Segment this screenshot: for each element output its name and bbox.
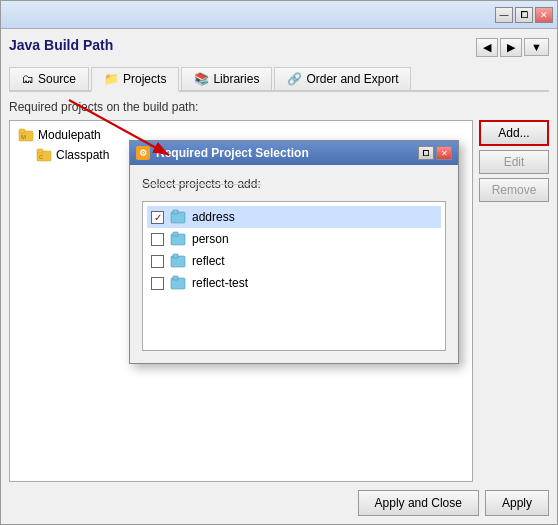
page-title: Java Build Path: [9, 37, 113, 53]
forward-button[interactable]: ▶: [500, 38, 522, 57]
checkbox-address[interactable]: ✓: [151, 211, 164, 224]
person-project-icon: [170, 231, 186, 247]
nav-dropdown-button[interactable]: ▼: [524, 38, 549, 56]
checkbox-reflect-test[interactable]: [151, 277, 164, 290]
tab-source[interactable]: 🗂 Source: [9, 67, 89, 90]
title-bar: — ⧠ ✕: [1, 1, 557, 29]
project-list[interactable]: ✓ address: [142, 201, 446, 351]
edit-button[interactable]: Edit: [479, 150, 549, 174]
dialog-restore-button[interactable]: ⧠: [418, 146, 434, 160]
svg-rect-9: [173, 232, 178, 236]
build-path-label: Required projects on the build path:: [9, 100, 549, 114]
list-item-address[interactable]: ✓ address: [147, 206, 441, 228]
dialog-icon: ⚙: [136, 146, 150, 160]
restore-button[interactable]: ⧠: [515, 7, 533, 23]
dialog-instruction: Select projects to add:: [142, 177, 446, 191]
add-button[interactable]: Add...: [479, 120, 549, 146]
svg-rect-1: [19, 129, 25, 133]
dialog-close-button[interactable]: ✕: [436, 146, 452, 160]
modulepath-icon: M: [18, 127, 34, 143]
tab-order-export[interactable]: 🔗 Order and Export: [274, 67, 411, 90]
remove-button[interactable]: Remove: [479, 178, 549, 202]
window-body: Java Build Path ◀ ▶ ▼ 🗂 Source 📁 Project…: [1, 29, 557, 524]
order-icon: 🔗: [287, 72, 302, 86]
list-item-reflect[interactable]: reflect: [147, 250, 441, 272]
minimize-button[interactable]: —: [495, 7, 513, 23]
svg-rect-11: [173, 254, 178, 258]
reflect-project-icon: [170, 253, 186, 269]
classpath-icon: C: [36, 147, 52, 163]
dialog-title-bar: ⚙ Required Project Selection ⧠ ✕: [130, 141, 458, 165]
apply-button[interactable]: Apply: [485, 490, 549, 516]
svg-rect-4: [37, 149, 43, 153]
list-item-person[interactable]: person: [147, 228, 441, 250]
nav-bar: ◀ ▶ ▼: [476, 38, 549, 57]
tab-libraries[interactable]: 📚 Libraries: [181, 67, 272, 90]
svg-text:M: M: [21, 134, 26, 140]
back-button[interactable]: ◀: [476, 38, 498, 57]
checkbox-reflect[interactable]: [151, 255, 164, 268]
required-project-dialog: ⚙ Required Project Selection ⧠ ✕ Select …: [129, 140, 459, 364]
main-content: M Modulepath C Classpath Add... Edi: [9, 120, 549, 482]
dialog-title: Required Project Selection: [156, 146, 412, 160]
bottom-bar: Apply and Close Apply: [9, 482, 549, 516]
address-project-icon: [170, 209, 186, 225]
projects-icon: 📁: [104, 72, 119, 86]
checkbox-person[interactable]: [151, 233, 164, 246]
apply-close-button[interactable]: Apply and Close: [358, 490, 479, 516]
main-window: — ⧠ ✕ Java Build Path ◀ ▶ ▼ 🗂 Source 📁 P…: [0, 0, 558, 525]
close-button[interactable]: ✕: [535, 7, 553, 23]
source-icon: 🗂: [22, 72, 34, 86]
reflect-test-project-icon: [170, 275, 186, 291]
list-item-reflect-test[interactable]: reflect-test: [147, 272, 441, 294]
svg-rect-13: [173, 276, 178, 280]
dialog-title-buttons: ⧠ ✕: [418, 146, 452, 160]
dialog-body: Select projects to add: ✓ address: [130, 165, 458, 363]
libraries-icon: 📚: [194, 72, 209, 86]
svg-rect-7: [173, 210, 178, 214]
title-bar-buttons: — ⧠ ✕: [495, 7, 553, 23]
side-buttons: Add... Edit Remove: [479, 120, 549, 482]
dialog-overlay: ⚙ Required Project Selection ⧠ ✕ Select …: [129, 140, 459, 364]
tab-bar: 🗂 Source 📁 Projects 📚 Libraries 🔗 Order …: [9, 67, 549, 92]
tab-projects[interactable]: 📁 Projects: [91, 67, 179, 92]
svg-text:C: C: [39, 154, 44, 160]
